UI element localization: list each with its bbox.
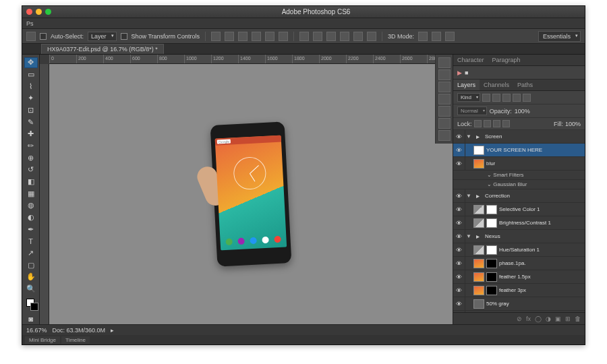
quickmask-toggle[interactable]: ◙ [24, 313, 38, 324]
styles-panel-icon[interactable] [438, 118, 451, 129]
visibility-toggle[interactable]: 👁 [453, 243, 465, 256]
shape-tool[interactable]: ▢ [24, 260, 38, 270]
lock-transparency-icon[interactable] [474, 120, 482, 127]
layer-name[interactable]: Brightness/Contrast 1 [499, 220, 551, 226]
swatches-panel-icon[interactable] [438, 106, 451, 117]
layer-mask-thumbnail[interactable] [486, 218, 497, 228]
layer-thumbnail[interactable] [473, 205, 484, 214]
maximize-button[interactable] [45, 9, 51, 15]
twisty-icon[interactable]: ▼ [465, 133, 472, 140]
layer-row[interactable]: 👁▼▸Correction [453, 189, 585, 203]
layer-thumbnail[interactable] [473, 286, 484, 295]
visibility-toggle[interactable]: 👁 [453, 144, 465, 156]
opacity-value[interactable]: 100% [515, 108, 530, 115]
filter-type-icon[interactable] [502, 94, 511, 102]
document-tab[interactable]: HX9A0377-Edit.psd @ 16.7% (RGB/8*) * [41, 44, 164, 54]
distribute-icon[interactable] [340, 32, 349, 41]
layer-thumbnail[interactable] [473, 218, 484, 228]
layer-mask-thumbnail[interactable] [486, 205, 497, 214]
stamp-tool[interactable]: ⊕ [24, 152, 38, 163]
layer-thumbnail[interactable] [473, 259, 484, 268]
wand-tool[interactable]: ✦ [24, 93, 38, 104]
crop-tool[interactable]: ⊡ [24, 105, 38, 116]
workspace-dropdown[interactable]: Essentials [538, 31, 581, 42]
twisty-icon[interactable]: ▼ [465, 233, 472, 239]
eraser-tool[interactable]: ◧ [24, 177, 38, 187]
actions-panel-icon[interactable] [438, 69, 451, 80]
tab-timeline[interactable]: Timeline [61, 336, 90, 344]
distribute-icon[interactable] [367, 32, 376, 41]
filter-gaussian-blur[interactable]: ⌄ Gaussian Blur [453, 180, 585, 189]
minimize-button[interactable] [36, 9, 42, 15]
eyedropper-tool[interactable]: ✎ [24, 117, 38, 127]
history-brush-tool[interactable]: ↺ [24, 164, 38, 175]
filter-adj-icon[interactable] [492, 94, 500, 102]
distribute-icon[interactable] [299, 32, 309, 41]
layer-name[interactable]: Nexus [485, 233, 500, 239]
tab-paragraph[interactable]: Paragraph [488, 55, 525, 65]
tab-paths[interactable]: Paths [513, 80, 537, 90]
align-icon[interactable] [265, 32, 274, 41]
healing-tool[interactable]: ✚ [24, 129, 38, 140]
smart-filters-row[interactable]: ⌄ Smart Filters [453, 171, 585, 180]
visibility-toggle[interactable]: 👁 [453, 270, 465, 283]
tab-channels[interactable]: Channels [480, 80, 513, 90]
visibility-toggle[interactable]: 👁 [453, 189, 465, 202]
move-tool[interactable]: ✥ [24, 57, 38, 68]
layer-row[interactable]: 👁50% gray [453, 297, 585, 311]
kind-dropdown[interactable]: Kind [457, 93, 480, 102]
align-icon[interactable] [225, 32, 234, 41]
doc-size[interactable]: Doc: 63.3M/360.0M [53, 327, 106, 334]
blur-tool[interactable]: ◍ [24, 200, 38, 211]
blend-mode-dropdown[interactable]: Normal [457, 107, 487, 115]
layers-list[interactable]: 👁▼▸Screen👁YOUR SCREEN HERE👁blur⌄ Smart F… [453, 130, 585, 312]
align-icon[interactable] [238, 32, 248, 41]
show-transform-checkbox[interactable] [121, 33, 127, 40]
mask-icon[interactable]: ◯ [535, 315, 542, 322]
distribute-icon[interactable] [353, 32, 363, 41]
layer-thumbnail[interactable] [473, 245, 484, 255]
type-tool[interactable]: T [24, 236, 38, 247]
layer-thumbnail[interactable] [473, 146, 484, 155]
vertical-ruler[interactable] [40, 64, 49, 324]
visibility-toggle[interactable]: 👁 [453, 284, 465, 297]
background-swatch[interactable] [30, 303, 38, 311]
trash-icon[interactable]: 🗑 [575, 315, 581, 322]
layer-name[interactable]: feather 1.5px [499, 274, 531, 280]
layer-mask-thumbnail[interactable] [486, 286, 497, 295]
layer-row[interactable]: 👁Brightness/Contrast 1 [453, 216, 585, 230]
zoom-tool[interactable]: 🔍 [24, 284, 38, 295]
layer-row[interactable]: 👁Hue/Saturation 1 [453, 243, 585, 257]
fill-value[interactable]: 100% [565, 121, 581, 127]
layer-row[interactable]: 👁▼▸Screen [453, 130, 585, 144]
hand-tool[interactable]: ✋ [24, 272, 38, 282]
marquee-tool[interactable]: ▭ [24, 69, 38, 80]
layer-row[interactable]: 👁blur [453, 157, 585, 171]
history-panel-icon[interactable] [438, 57, 451, 68]
pen-tool[interactable]: ✒ [24, 224, 38, 235]
filter-shape-icon[interactable] [513, 94, 521, 102]
3d-icon[interactable] [432, 32, 441, 41]
3d-icon[interactable] [418, 32, 428, 41]
color-swatches[interactable] [24, 298, 38, 312]
layer-thumbnail[interactable] [473, 272, 484, 282]
filter-smart-icon[interactable] [523, 94, 531, 102]
layer-mask-thumbnail[interactable] [486, 272, 497, 282]
3d-icon[interactable] [445, 32, 455, 41]
layer-name[interactable]: phase.1pa. [499, 260, 526, 266]
zoom-value[interactable]: 16.67% [26, 327, 47, 334]
visibility-toggle[interactable]: 👁 [453, 257, 465, 270]
align-icon[interactable] [252, 32, 261, 41]
gradient-tool[interactable]: ▦ [24, 188, 38, 199]
canvas[interactable]: Google [49, 64, 453, 324]
close-button[interactable] [26, 9, 32, 15]
visibility-toggle[interactable]: 👁 [453, 130, 465, 143]
lock-pixels-icon[interactable] [484, 120, 491, 127]
layer-name[interactable]: 50% gray [486, 301, 509, 307]
group-icon[interactable]: ▣ [555, 315, 561, 322]
adj-layer-icon[interactable]: ◑ [546, 315, 551, 322]
new-layer-icon[interactable]: ⊞ [565, 315, 571, 322]
play-icon[interactable]: ▶ [457, 69, 462, 76]
move-tool-icon[interactable] [26, 32, 36, 41]
layer-name[interactable]: Correction [485, 193, 510, 199]
